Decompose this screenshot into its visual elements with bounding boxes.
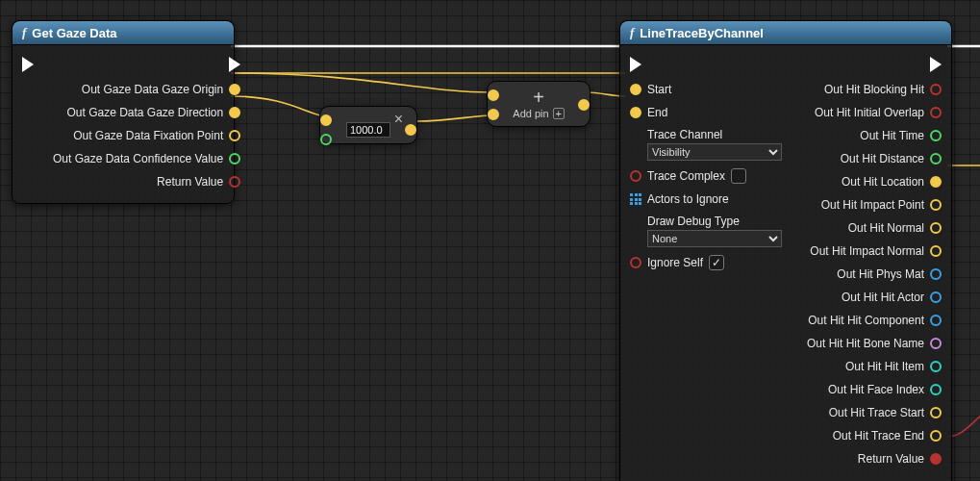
node-header[interactable]: f LineTraceByChannel [620, 21, 951, 45]
plus-icon: + [533, 90, 544, 104]
multiply-icon: × [394, 111, 403, 128]
pin-phys-mat[interactable]: Out Hit Phys Mat [792, 263, 951, 286]
node-add[interactable]: + Add pin + [487, 81, 591, 127]
pin-time[interactable]: Out Hit Time [792, 124, 951, 147]
pin-actors-to-ignore[interactable]: Actors to Ignore [620, 188, 792, 211]
pin-face-index[interactable]: Out Hit Face Index [792, 378, 951, 401]
pin-trace-start[interactable]: Out Hit Trace Start [792, 401, 951, 424]
vector-pin-icon [229, 84, 240, 95]
pin-normal[interactable]: Out Hit Normal [792, 216, 951, 240]
vector-pin-icon [229, 130, 240, 141]
pin-gaze-origin[interactable]: Out Gaze Data Gaze Origin [43, 78, 250, 101]
pin-add-b[interactable] [488, 109, 499, 120]
draw-debug-label: Draw Debug Type [647, 215, 740, 228]
exec-in[interactable] [620, 51, 792, 78]
pin-mult-a[interactable] [320, 114, 332, 126]
pin-bone-name[interactable]: Out Hit Hit Bone Name [792, 332, 951, 355]
trace-channel-label: Trace Channel [647, 128, 722, 141]
vector-pin-icon [630, 107, 641, 118]
pin-return-value[interactable]: Return Value [792, 447, 951, 470]
pin-mult-b[interactable] [320, 134, 332, 145]
exec-out[interactable] [792, 51, 951, 78]
pin-ignore-self[interactable]: Ignore Self [620, 251, 792, 274]
pin-blocking-hit[interactable]: Out Hit Blocking Hit [792, 78, 951, 101]
trace-channel-select[interactable]: Visibility [647, 143, 782, 161]
draw-debug-select[interactable]: None [647, 230, 782, 247]
add-pin-plus-icon: + [553, 108, 565, 119]
vector-pin-icon [229, 107, 240, 118]
pin-trace-complex[interactable]: Trace Complex [620, 165, 792, 188]
exec-in[interactable] [13, 51, 43, 78]
pin-mult-out[interactable] [405, 124, 416, 136]
node-header[interactable]: f Get Gaze Data [13, 21, 234, 45]
mult-scalar-input[interactable] [346, 122, 390, 138]
array-pin-icon [630, 193, 641, 205]
node-multiply[interactable]: × [319, 106, 417, 144]
exec-out[interactable] [43, 51, 250, 78]
pin-trace-end[interactable]: Out Hit Trace End [792, 424, 951, 447]
pin-fixation-point[interactable]: Out Gaze Data Fixation Point [43, 124, 250, 147]
node-title: Get Gaze Data [32, 26, 116, 40]
node-line-trace[interactable]: f LineTraceByChannel Start End Trace Cha… [619, 20, 952, 481]
vector-pin-icon [630, 84, 641, 95]
function-icon: f [630, 25, 634, 40]
bool-pin-icon [630, 170, 641, 182]
pin-add-out[interactable] [578, 99, 590, 111]
pin-location[interactable]: Out Hit Location [792, 170, 951, 193]
pin-start[interactable]: Start [620, 78, 792, 101]
pin-distance[interactable]: Out Hit Distance [792, 147, 951, 170]
pin-return-value[interactable]: Return Value [43, 170, 250, 193]
float-pin-icon [229, 153, 240, 165]
ignore-self-checkbox[interactable] [709, 255, 724, 270]
pin-end[interactable]: End [620, 101, 792, 124]
pin-confidence-value[interactable]: Out Gaze Data Confidence Value [43, 147, 250, 170]
function-icon: f [22, 25, 26, 40]
pin-gaze-direction[interactable]: Out Gaze Data Gaze Direction [43, 101, 250, 124]
trace-complex-checkbox[interactable] [731, 168, 746, 184]
pin-hit-actor[interactable]: Out Hit Hit Actor [792, 286, 951, 309]
node-title: LineTraceByChannel [640, 26, 764, 40]
pin-impact-normal[interactable]: Out Hit Impact Normal [792, 240, 951, 263]
pin-impact-point[interactable]: Out Hit Impact Point [792, 193, 951, 216]
pin-hit-item[interactable]: Out Hit Hit Item [792, 355, 951, 378]
pin-initial-overlap[interactable]: Out Hit Initial Overlap [792, 101, 951, 124]
bool-pin-icon [229, 176, 240, 188]
pin-add-a[interactable] [488, 89, 499, 101]
bool-pin-icon [630, 257, 641, 268]
pin-hit-component[interactable]: Out Hit Hit Component [792, 309, 951, 332]
node-get-gaze-data[interactable]: f Get Gaze Data Out Gaze Data Gaze Origi… [12, 20, 235, 204]
add-pin-button[interactable]: Add pin + [513, 108, 564, 119]
